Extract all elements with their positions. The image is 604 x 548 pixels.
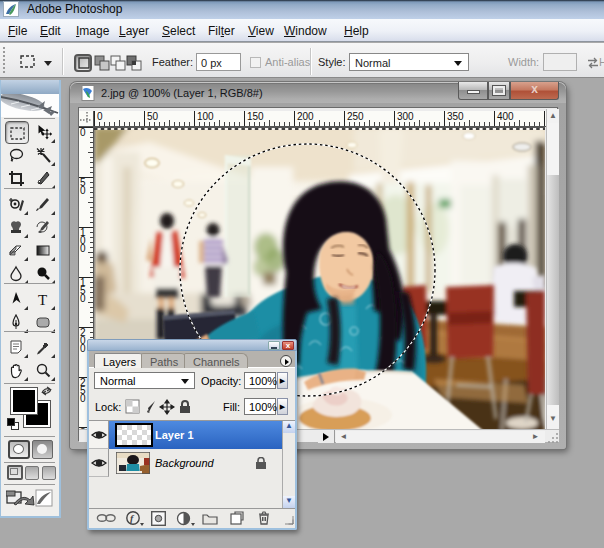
svg-text:0: 0 bbox=[97, 111, 103, 122]
svg-text:50: 50 bbox=[147, 111, 159, 122]
svg-text:200: 200 bbox=[297, 111, 314, 122]
svg-text:0: 0 bbox=[80, 393, 86, 404]
svg-text:f: f bbox=[130, 513, 135, 524]
svg-text:300: 300 bbox=[397, 111, 414, 122]
svg-text:0: 0 bbox=[80, 127, 86, 138]
svg-text:0: 0 bbox=[80, 243, 86, 254]
svg-text:100: 100 bbox=[197, 111, 214, 122]
svg-text:350: 350 bbox=[447, 111, 464, 122]
svg-text:250: 250 bbox=[347, 111, 364, 122]
svg-text:400: 400 bbox=[497, 111, 514, 122]
svg-text:0: 0 bbox=[80, 185, 86, 196]
svg-text:T: T bbox=[38, 292, 47, 308]
svg-text:0: 0 bbox=[80, 343, 86, 354]
svg-text:150: 150 bbox=[247, 111, 264, 122]
svg-text:0: 0 bbox=[80, 293, 86, 304]
